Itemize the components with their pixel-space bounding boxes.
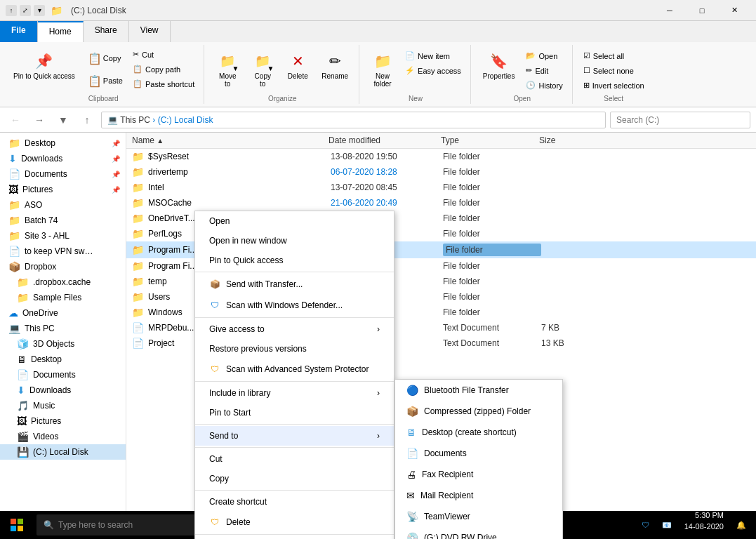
sm-desktop-shortcut[interactable]: 🖥 Desktop (create shortcut) (395, 422, 562, 443)
forward-button[interactable]: → (29, 110, 49, 130)
new-item-button[interactable]: 📄 New item (402, 49, 465, 62)
paste-button[interactable]: 📋 Paste (83, 70, 126, 91)
clock[interactable]: 5:30 PM 14-08-2020 (680, 511, 728, 539)
aso-icon: 📁 (8, 199, 20, 211)
sidebar-item-sample-files[interactable]: 📁 Sample Files (0, 290, 126, 305)
cm-properties[interactable]: Properties (195, 536, 394, 539)
folder-icon: 📁 (132, 291, 144, 302)
cm-restore-versions[interactable]: Restore previous versions (195, 339, 394, 359)
sidebar-item-documents2[interactable]: 📄 Documents (0, 367, 126, 382)
ribbon-tab-view[interactable]: View (129, 21, 171, 42)
history-button[interactable]: 🕒 History (522, 79, 566, 92)
sidebar-item-site3[interactable]: 📁 Site 3 - AHL (0, 228, 126, 244)
open-button[interactable]: 📂 Open (522, 49, 566, 62)
notification-button[interactable]: 🔔 (732, 511, 750, 539)
sidebar-item-desktop2[interactable]: 🖥 Desktop (0, 352, 126, 367)
cm-scan-defender[interactable]: 🛡 Scan with Windows Defender... (195, 295, 394, 316)
col-name-header[interactable]: Name ▲ (132, 135, 329, 145)
sidebar-item-music[interactable]: 🎵 Music (0, 398, 126, 413)
ribbon-tab-share[interactable]: Share (84, 21, 129, 42)
sm-documents[interactable]: 📄 Documents (395, 443, 562, 464)
select-all-button[interactable]: ☑ Select all (580, 49, 648, 62)
cm-scan-asp[interactable]: 🛡 Scan with Advanced System Protector (195, 359, 394, 380)
shield-taskbar[interactable]: 🛡 (637, 511, 654, 539)
cm-pin-quick-access[interactable]: Pin to Quick access (195, 251, 394, 270)
sidebar-item-batch74[interactable]: 📁 Batch 74 (0, 213, 126, 228)
easy-access-button[interactable]: ⚡ Easy access (402, 64, 465, 77)
pin-quick-access-button[interactable]: 📌 Pin to Quick access (8, 46, 80, 84)
cm-open[interactable]: Open (195, 211, 394, 231)
sm-teamviewer[interactable]: 📡 TeamViewer (395, 506, 562, 527)
cm-cut[interactable]: Cut (195, 449, 394, 469)
col-size-header[interactable]: Size (539, 135, 595, 145)
sidebar-item-dropbox[interactable]: 📦 Dropbox (0, 259, 126, 274)
back-button[interactable]: ← (6, 110, 25, 130)
cm-send-to[interactable]: Send to › (195, 426, 394, 446)
cm-pin-start[interactable]: Pin to Start (195, 403, 394, 422)
cm-send-transfer[interactable]: 📦 Send with Transfer... (195, 274, 394, 295)
sm-compressed[interactable]: 📦 Compressed (zipped) Folder (395, 401, 562, 422)
sidebar-item-3dobjects[interactable]: 🧊 3D Objects (0, 336, 126, 352)
sidebar-item-onedrive[interactable]: ☁ OneDrive (0, 305, 126, 321)
select-none-button[interactable]: ☐ Select none (580, 64, 648, 77)
paste-shortcut-button[interactable]: 📋 Paste shortcut (129, 77, 198, 91)
desktop-shortcut-icon: 🖥 (406, 427, 416, 438)
delete-button[interactable]: ✕ Delete (281, 46, 314, 84)
search-input[interactable] (610, 112, 750, 128)
cm-create-shortcut[interactable]: Create shortcut (195, 492, 394, 512)
sidebar-item-pictures2[interactable]: 🖼 Pictures (0, 413, 126, 429)
music-icon: 🎵 (17, 400, 29, 411)
sidebar-item-dropbox-cache[interactable]: 📁 .dropbox.cache (0, 274, 126, 290)
sm-dvd[interactable]: 💿 (G:) DVD RW Drive (395, 527, 562, 539)
folder-icon: 📁 (132, 213, 144, 224)
sidebar-item-desktop[interactable]: 📁 Desktop 📌 (0, 135, 126, 151)
file-row-intel[interactable]: 📁 Intel 13-07-2020 08:45 File folder (126, 180, 756, 195)
cm-open-new-window[interactable]: Open in new window (195, 231, 394, 251)
up-button[interactable]: ↑ (77, 110, 97, 130)
edit-button[interactable]: ✏ Edit (522, 64, 566, 77)
invert-selection-button[interactable]: ⊞ Invert selection (580, 79, 648, 92)
sidebar-item-downloads[interactable]: ⬇ Downloads 📌 (0, 151, 126, 166)
rename-button[interactable]: ✏ Rename (317, 46, 353, 84)
ribbon-tab-home[interactable]: Home (38, 21, 84, 42)
sidebar-item-videos[interactable]: 🎬 Videos (0, 429, 126, 444)
cm-include-library[interactable]: Include in library › (195, 383, 394, 403)
col-date-header[interactable]: Date modified (329, 135, 441, 145)
sm-mail[interactable]: ✉ Mail Recipient (395, 485, 562, 506)
search-icon: 🔍 (44, 520, 54, 530)
sidebar-item-downloads2[interactable]: ⬇ Downloads (0, 382, 126, 398)
copy-button[interactable]: 📋 Copy (83, 48, 126, 69)
cut-button[interactable]: ✂ Cut (129, 48, 198, 61)
sidebar-item-localdisk[interactable]: 💾 (C:) Local Disk (0, 444, 126, 460)
new-item-icon: 📄 (405, 51, 415, 60)
file-row-drivertemp[interactable]: 📁 drivertemp 06-07-2020 18:28 File folde… (126, 164, 756, 180)
sm-fax[interactable]: 🖨 Fax Recipient (395, 464, 562, 485)
recent-button[interactable]: ▼ (53, 110, 73, 130)
copy-to-icon: 📁 ▼ (251, 50, 274, 72)
copy-to-button[interactable]: 📁 ▼ Copyto (246, 46, 279, 91)
outlook-taskbar[interactable]: 📧 (658, 511, 676, 539)
properties-button[interactable]: 🔖 Properties (478, 46, 520, 84)
cm-copy[interactable]: Copy (195, 469, 394, 488)
sidebar-item-aso[interactable]: 📁 ASO (0, 197, 126, 213)
sm-bluetooth[interactable]: 🔵 Bluetooth File Transfer (395, 380, 562, 401)
start-button[interactable] (0, 511, 34, 539)
maximize-button[interactable]: □ (686, 0, 718, 21)
sidebar-item-documents[interactable]: 📄 Documents 📌 (0, 166, 126, 182)
minimize-button[interactable]: ─ (654, 0, 686, 21)
file-row-msocache[interactable]: 📁 MSOCache 21-06-2020 20:49 File folder (126, 195, 756, 211)
copy-path-button[interactable]: 📋 Copy path (129, 62, 198, 76)
ribbon-tab-file[interactable]: File (0, 21, 38, 42)
sidebar-item-vpn[interactable]: 📄 to keep VPN switche... (0, 244, 126, 259)
sidebar-item-pictures[interactable]: 🖼 Pictures 📌 (0, 182, 126, 197)
folder-icon: 📁 (132, 244, 144, 255)
file-row-sysreset[interactable]: 📁 $SysReset 13-08-2020 19:50 File folder (126, 149, 756, 164)
close-button[interactable]: ✕ (718, 0, 750, 21)
cm-give-access[interactable]: Give access to › (195, 319, 394, 339)
breadcrumb[interactable]: 💻 This PC › (C:) Local Disk (101, 112, 606, 128)
move-to-button[interactable]: 📁 ▼ Moveto (211, 46, 244, 91)
col-type-header[interactable]: Type (441, 135, 539, 145)
cm-delete[interactable]: 🛡 Delete (195, 512, 394, 533)
sidebar-item-thispc[interactable]: 💻 This PC (0, 321, 126, 336)
new-folder-button[interactable]: 📁 Newfolder (366, 46, 399, 91)
